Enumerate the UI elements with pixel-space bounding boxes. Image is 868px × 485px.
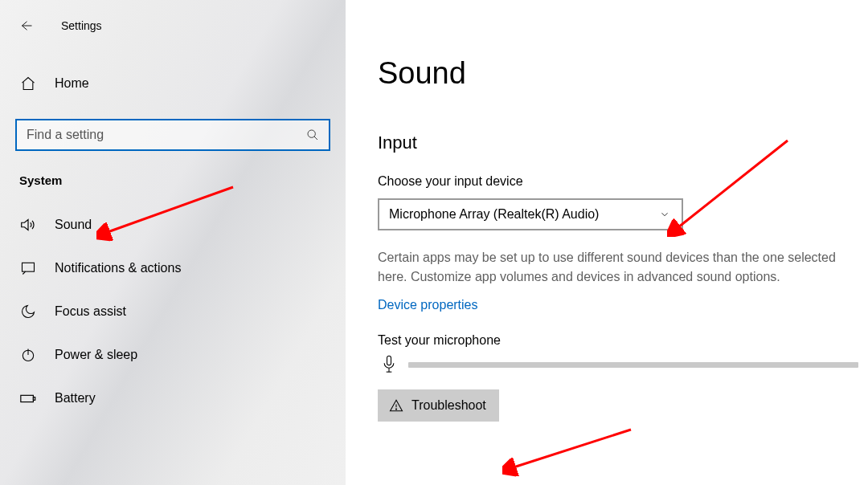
power-icon xyxy=(19,347,37,363)
sidebar-item-label: Sound xyxy=(55,218,92,232)
svg-rect-5 xyxy=(387,356,391,365)
svg-rect-1 xyxy=(23,263,35,271)
chevron-down-icon xyxy=(659,209,670,220)
search-container xyxy=(15,119,330,151)
svg-rect-4 xyxy=(33,397,35,401)
moon-icon xyxy=(19,304,37,320)
speaker-icon xyxy=(19,216,37,234)
sidebar-item-sound[interactable]: Sound xyxy=(0,203,346,247)
sidebar-item-label: Battery xyxy=(55,391,96,406)
sidebar-item-focus-assist[interactable]: Focus assist xyxy=(0,290,346,333)
search-input[interactable] xyxy=(27,128,306,142)
back-arrow-icon xyxy=(18,18,33,33)
battery-icon xyxy=(19,389,37,407)
notifications-icon xyxy=(19,260,37,276)
sidebar-item-power-sleep[interactable]: Power & sleep xyxy=(0,333,346,377)
sidebar-item-label: Power & sleep xyxy=(55,348,137,362)
warning-icon xyxy=(389,398,403,413)
sidebar-item-label: Notifications & actions xyxy=(55,261,181,275)
choose-input-label: Choose your input device xyxy=(378,174,868,189)
search-box[interactable] xyxy=(15,119,330,151)
back-button[interactable] xyxy=(10,10,42,42)
title-bar: Settings xyxy=(0,10,346,42)
home-label: Home xyxy=(55,76,89,91)
sidebar-item-battery[interactable]: Battery xyxy=(0,377,346,420)
main-content: Sound Input Choose your input device Mic… xyxy=(346,0,868,485)
app-title: Settings xyxy=(61,19,102,32)
sidebar-menu: Sound Notifications & actions Focus assi… xyxy=(0,203,346,420)
sidebar: Settings Home System xyxy=(0,0,346,485)
dropdown-value: Microphone Array (Realtek(R) Audio) xyxy=(389,207,672,222)
input-heading: Input xyxy=(378,132,868,153)
home-icon xyxy=(19,75,37,92)
device-properties-link[interactable]: Device properties xyxy=(378,298,478,312)
mic-level-bar xyxy=(408,362,858,368)
search-icon xyxy=(306,128,319,141)
troubleshoot-label: Troubleshoot xyxy=(411,398,486,413)
test-mic-label: Test your microphone xyxy=(378,333,868,348)
sidebar-item-label: Focus assist xyxy=(55,304,126,319)
sidebar-item-notifications[interactable]: Notifications & actions xyxy=(0,247,346,290)
help-text: Certain apps may be set up to use differ… xyxy=(378,248,860,287)
svg-point-6 xyxy=(395,409,396,410)
svg-point-0 xyxy=(308,130,315,137)
page-title: Sound xyxy=(378,56,868,91)
mic-level-row xyxy=(378,354,868,375)
svg-rect-3 xyxy=(21,395,34,401)
sidebar-section-title: System xyxy=(19,173,346,187)
troubleshoot-button[interactable]: Troubleshoot xyxy=(378,389,499,422)
sidebar-item-home[interactable]: Home xyxy=(0,66,346,101)
microphone-icon xyxy=(378,354,400,375)
input-device-dropdown[interactable]: Microphone Array (Realtek(R) Audio) xyxy=(378,198,683,230)
